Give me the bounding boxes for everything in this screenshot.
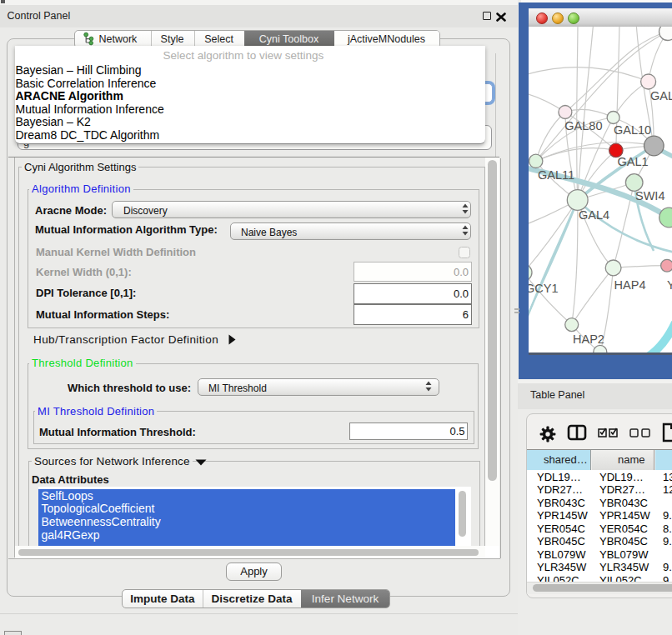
svg-text:GAL80: GAL80 bbox=[564, 119, 602, 132]
svg-text:GAL2: GAL2 bbox=[650, 89, 672, 102]
svg-text:GCY1: GCY1 bbox=[529, 282, 559, 295]
svg-text:Y: Y bbox=[667, 278, 672, 292]
svg-text:GAL10: GAL10 bbox=[614, 123, 651, 137]
svg-text:SWI4: SWI4 bbox=[635, 189, 664, 202]
svg-text:GAL11: GAL11 bbox=[538, 168, 574, 182]
svg-text:HAP4: HAP4 bbox=[614, 278, 646, 292]
svg-text:GAL4: GAL4 bbox=[579, 208, 609, 222]
svg-text:HAP2: HAP2 bbox=[573, 332, 604, 346]
svg-text:GAL1: GAL1 bbox=[618, 155, 649, 168]
